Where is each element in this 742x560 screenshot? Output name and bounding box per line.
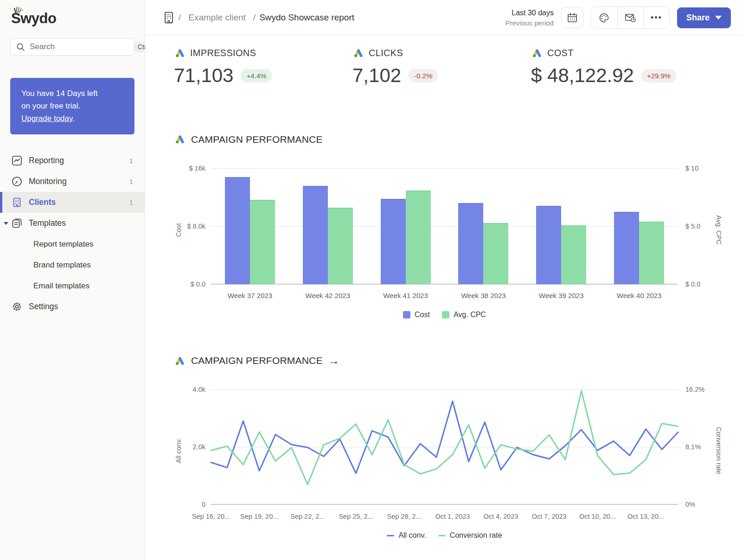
legend-label: All conv. xyxy=(398,531,426,540)
axis-tick-right: $ 0.0 xyxy=(685,280,725,288)
legend-item: Conversion rate xyxy=(438,531,502,540)
share-button[interactable]: Share xyxy=(677,7,731,28)
header-actions: Last 30 days Previous period ••• Share xyxy=(505,0,731,35)
kpi-delta-badge: -0.2% xyxy=(409,69,438,83)
chevron-down-icon[interactable] xyxy=(4,222,8,225)
kpi-value: $ 48,122.92 xyxy=(531,64,634,87)
sidebar-item-monitoring[interactable]: Monitoring 1 xyxy=(0,171,145,192)
sidebar-item-brand-templates[interactable]: Brand templates xyxy=(0,255,145,275)
bar-cost xyxy=(381,199,406,284)
breadcrumb-separator: / xyxy=(253,13,256,23)
legend-item: All conv. xyxy=(387,531,426,540)
bar-category-label: Week 39 2023 xyxy=(524,292,598,299)
main-content: / Example client / Swydo Showcase report… xyxy=(145,0,742,560)
swydo-logo[interactable]: Swydo xyxy=(11,6,56,29)
templates-icon xyxy=(11,218,22,229)
line-chart-plot: All conv. Conversion rate 00%2.0k8.1%4.0… xyxy=(211,389,678,504)
line-chart-legend: All conv.Conversion rate xyxy=(211,531,678,540)
google-ads-icon xyxy=(174,47,186,59)
search-input[interactable] xyxy=(30,42,132,51)
legend-swatch xyxy=(387,535,394,536)
bar-right-axis-label: Avg. CPC xyxy=(715,204,723,255)
calendar-button[interactable] xyxy=(561,7,583,28)
sidebar-item-label: Settings xyxy=(29,302,58,312)
search-box[interactable]: Ctrl K xyxy=(10,38,134,56)
breadcrumb-separator: / xyxy=(179,13,181,23)
axis-tick-right: $ 5.0 xyxy=(685,223,725,230)
bar-category-label: Week 38 2023 xyxy=(446,292,520,299)
ellipsis-icon: ••• xyxy=(651,13,662,23)
share-label: Share xyxy=(686,13,710,23)
line-x-tick-label: Sep 25, 2... xyxy=(333,513,379,520)
bar-cost xyxy=(536,206,561,284)
bar-cost xyxy=(303,186,328,285)
bar-category-label: Week 41 2023 xyxy=(369,292,443,299)
share-caret-icon xyxy=(715,16,722,19)
axis-baseline xyxy=(211,284,678,285)
sidebar-item-count: 1 xyxy=(129,157,133,165)
sidebar-item-reporting[interactable]: Reporting 1 xyxy=(0,150,145,171)
sidebar-item-clients[interactable]: Clients 1 xyxy=(0,192,145,213)
sidebar: Swydo Ctrl K You have 14 Days left on yo… xyxy=(0,0,145,560)
line-x-tick-label: Sep 22, 2... xyxy=(284,513,331,520)
legend-item: Cost xyxy=(403,311,430,319)
gridline xyxy=(211,226,678,227)
client-building-icon xyxy=(163,11,175,24)
date-range-secondary: Previous period xyxy=(505,18,554,28)
sidebar-item-settings[interactable]: Settings xyxy=(0,296,145,317)
bar-cost xyxy=(614,212,639,284)
theme-button[interactable] xyxy=(591,7,617,28)
date-range-primary: Last 30 days xyxy=(505,7,554,18)
calendar-icon xyxy=(567,12,578,23)
google-ads-icon xyxy=(531,47,543,59)
search-icon xyxy=(16,43,25,51)
line-chart-canvas xyxy=(211,389,678,504)
sidebar-item-count: 1 xyxy=(129,198,133,206)
gear-icon xyxy=(11,301,22,312)
line-x-tick-label: Oct 13, 20... xyxy=(623,513,669,520)
more-options-button[interactable]: ••• xyxy=(643,7,669,28)
bar-avg-cpc xyxy=(561,225,586,285)
axis-tick-left: 0 xyxy=(167,501,205,508)
breadcrumb-client[interactable]: Example client xyxy=(188,13,246,23)
sidebar-item-report-templates[interactable]: Report templates xyxy=(0,234,145,255)
chart-title-text: CAMPAIGN PERFORMANCE xyxy=(191,355,323,366)
axis-tick-left: $ 0.0 xyxy=(167,280,205,288)
line-x-tick-label: Oct 1, 2023 xyxy=(429,513,476,520)
logo-text: Swydo xyxy=(11,10,56,26)
upgrade-link[interactable]: Upgrade today xyxy=(21,114,72,123)
axis-tick-left: 2.0k xyxy=(167,443,205,451)
bar-category-label: Week 40 2023 xyxy=(602,292,676,299)
axis-tick-right: $ 10 xyxy=(685,165,725,172)
line-left-axis-label: All conv. xyxy=(175,427,182,474)
kpi-cost: COST $ 48,122.92 +29.9% xyxy=(531,47,676,87)
breadcrumb-report-title: Swydo Showcase report xyxy=(259,13,354,23)
sidebar-item-label: Templates xyxy=(29,218,66,228)
sidebar-item-templates[interactable]: Templates xyxy=(0,213,145,234)
kpi-delta-badge: +4.4% xyxy=(241,69,272,83)
axis-tick-right: 0% xyxy=(685,501,725,508)
kpi-value: 7,102 xyxy=(352,64,401,87)
bar-cost xyxy=(458,203,483,284)
kpi-clicks: CLICKS 7,102 -0.2% xyxy=(352,47,438,87)
line-x-tick-label: Sep 19, 20... xyxy=(236,513,282,520)
line-chart-title[interactable]: CAMPAIGN PERFORMANCE → xyxy=(174,354,339,367)
axis-tick-right: 16.2% xyxy=(685,386,725,393)
sidebar-item-email-templates[interactable]: Email templates xyxy=(0,275,145,296)
kpi-label: CLICKS xyxy=(369,48,403,58)
line-x-tick-label: Sep 28, 2... xyxy=(381,513,428,520)
bar-category-label: Week 42 2023 xyxy=(291,292,365,299)
legend-label: Cost xyxy=(415,311,430,319)
kpi-label: COST xyxy=(547,48,574,58)
breadcrumb: / Example client / Swydo Showcase report xyxy=(163,11,354,24)
schedule-email-button[interactable] xyxy=(617,7,643,28)
kpi-impressions: IMPRESSIONS 71,103 +4.4% xyxy=(174,47,272,87)
arrow-right-icon: → xyxy=(328,354,339,367)
axis-tick-right: 8.1% xyxy=(685,443,725,451)
sidebar-item-label: Clients xyxy=(29,197,56,207)
gridline xyxy=(211,168,678,169)
legend-label: Conversion rate xyxy=(450,531,502,540)
report-toolbar: ••• xyxy=(591,6,670,29)
bar-avg-cpc xyxy=(483,223,508,285)
date-range-selector[interactable]: Last 30 days Previous period xyxy=(505,7,554,28)
